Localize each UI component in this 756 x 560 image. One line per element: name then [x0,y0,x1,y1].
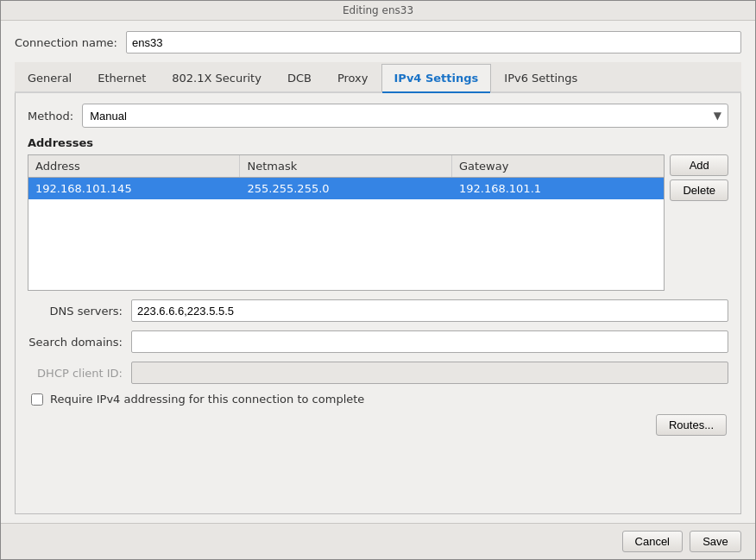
search-domains-input[interactable] [131,330,728,353]
addresses-table: Address Netmask Gateway 192.168.101.145 … [28,154,665,291]
tab-general[interactable]: General [15,64,85,93]
dns-servers-input[interactable] [131,299,728,322]
tab-active-indicator [382,91,491,93]
connection-name-input[interactable] [126,31,741,53]
add-button[interactable]: Add [670,154,728,176]
tab-content-ipv4: Method: Manual Automatic (DHCP) Link-Loc… [15,93,741,514]
require-ipv4-label: Require IPv4 addressing for this connect… [50,393,364,406]
method-select[interactable]: Manual Automatic (DHCP) Link-Local Only … [82,104,728,128]
column-header-netmask: Netmask [240,155,451,177]
cell-gateway: 192.168.101.1 [452,178,664,199]
require-ipv4-checkbox[interactable] [31,393,43,406]
search-domains-row: Search domains: [28,330,728,353]
cell-netmask: 255.255.255.0 [240,178,451,199]
method-label: Method: [28,110,73,123]
tab-ipv4-settings[interactable]: IPv4 Settings [381,64,492,93]
connection-name-label: Connection name: [15,36,117,49]
routes-row: Routes... [28,414,728,436]
search-domains-label: Search domains: [28,336,123,349]
connection-name-row: Connection name: [15,31,741,53]
main-window: Editing ens33 Connection name: General E… [0,0,756,560]
column-header-gateway: Gateway [452,155,664,177]
table-buttons: Add Delete [670,154,728,291]
cell-address: 192.168.101.145 [28,178,240,199]
method-row: Method: Manual Automatic (DHCP) Link-Loc… [28,104,728,128]
delete-button[interactable]: Delete [670,179,728,201]
addresses-title: Addresses [28,136,728,149]
tab-ethernet[interactable]: Ethernet [85,64,159,93]
column-header-address: Address [28,155,240,177]
title-text: Editing ens33 [343,4,413,16]
table-header: Address Netmask Gateway [28,155,664,178]
footer: Cancel Save [1,523,755,559]
dhcp-client-id-input[interactable] [131,362,728,384]
tab-ipv6-settings[interactable]: IPv6 Settings [491,64,590,93]
dns-servers-label: DNS servers: [28,305,123,318]
content-area: Connection name: General Ethernet 802.1X… [1,21,755,523]
tab-dcb[interactable]: DCB [274,64,324,93]
title-bar: Editing ens33 [1,1,755,21]
method-select-wrapper: Manual Automatic (DHCP) Link-Local Only … [82,104,728,128]
tab-proxy[interactable]: Proxy [324,64,381,93]
routes-button[interactable]: Routes... [656,414,727,436]
addresses-section: Addresses Address Netmask Gateway 192.16… [28,136,728,291]
table-area: Address Netmask Gateway 192.168.101.145 … [28,154,728,291]
cancel-button[interactable]: Cancel [622,531,683,552]
dns-servers-row: DNS servers: [28,299,728,322]
table-row[interactable]: 192.168.101.145 255.255.255.0 192.168.10… [28,178,664,199]
require-ipv4-row: Require IPv4 addressing for this connect… [28,393,728,406]
tabs-bar: General Ethernet 802.1X Security DCB Pro… [15,62,741,93]
dhcp-client-id-row: DHCP client ID: [28,362,728,384]
tab-8021x-security[interactable]: 802.1X Security [159,64,274,93]
dhcp-client-id-label: DHCP client ID: [28,367,123,380]
table-body: 192.168.101.145 255.255.255.0 192.168.10… [28,178,664,290]
save-button[interactable]: Save [690,531,741,552]
